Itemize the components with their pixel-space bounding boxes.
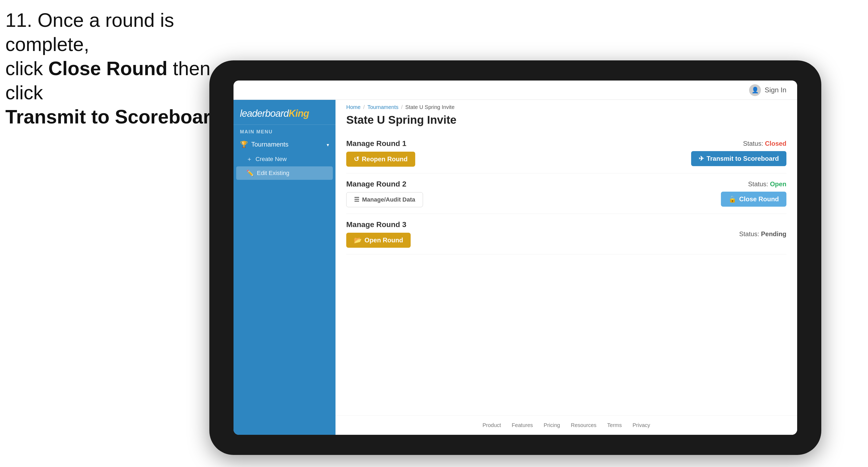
sidebar-logo: leaderboardKing <box>234 100 336 125</box>
breadcrumb: Home / Tournaments / State U Spring Invi… <box>336 100 797 112</box>
content-footer: Product Features Pricing Resources Terms… <box>336 415 797 435</box>
close-round-label: Close Round <box>739 195 779 203</box>
reopen-round-button[interactable]: ↺ Reopen Round <box>346 152 415 167</box>
chevron-down-icon <box>327 141 329 148</box>
manage-audit-icon: ☰ <box>354 196 360 203</box>
open-round-button[interactable]: 📂 Open Round <box>346 233 411 248</box>
close-round-icon: 🔒 <box>728 195 737 203</box>
transmit-to-scoreboard-button[interactable]: ✈ Transmit to Scoreboard <box>691 151 786 166</box>
main-content: Home / Tournaments / State U Spring Invi… <box>336 100 797 435</box>
create-new-icon: ＋ <box>246 155 252 163</box>
breadcrumb-current: State U Spring Invite <box>405 104 455 110</box>
round-3-row: Manage Round 3 📂 Open Round Status: Pend… <box>346 214 786 254</box>
breadcrumb-sep2: / <box>401 104 403 110</box>
rounds-container: Manage Round 1 ↺ Reopen Round Status: Cl… <box>336 133 797 415</box>
logo-leaderboard: leaderboard <box>240 108 288 119</box>
round-2-status: Status: Open <box>748 180 786 188</box>
footer-terms[interactable]: Terms <box>607 422 622 428</box>
sidebar-item-edit-existing[interactable]: ✏️ Edit Existing <box>236 166 333 180</box>
main-menu-label: MAIN MENU <box>234 125 336 137</box>
sidebar: leaderboardKing MAIN MENU 🏆 Tournaments … <box>234 100 336 435</box>
top-nav: 👤 Sign In <box>234 81 797 100</box>
round-1-status: Status: Closed <box>743 140 786 147</box>
sidebar-create-new-label: Create New <box>255 156 287 163</box>
manage-audit-label: Manage/Audit Data <box>362 196 415 203</box>
round-3-status-value: Pending <box>761 230 786 238</box>
round-2-status-value: Open <box>770 180 786 188</box>
breadcrumb-home[interactable]: Home <box>346 104 361 110</box>
reopen-round-icon: ↺ <box>354 155 359 163</box>
avatar-icon: 👤 <box>749 84 761 96</box>
manage-audit-button[interactable]: ☰ Manage/Audit Data <box>346 192 423 207</box>
round-2-title: Manage Round 2 <box>346 180 423 188</box>
round-1-status-value: Closed <box>765 140 786 147</box>
instruction-line1: 11. Once a round is complete, <box>5 8 247 56</box>
sidebar-item-tournaments-left: 🏆 Tournaments <box>240 141 288 148</box>
sign-in-label[interactable]: Sign In <box>765 86 786 94</box>
sidebar-tournaments-label: Tournaments <box>251 141 288 148</box>
breadcrumb-sep1: / <box>363 104 365 110</box>
round-1-left: Manage Round 1 ↺ Reopen Round <box>346 139 415 167</box>
footer-product[interactable]: Product <box>483 422 501 428</box>
round-2-row: Manage Round 2 ☰ Manage/Audit Data Statu… <box>346 174 786 214</box>
sign-in-area[interactable]: 👤 Sign In <box>749 84 786 96</box>
reopen-round-label: Reopen Round <box>362 155 408 163</box>
page-title: State U Spring Invite <box>346 114 786 126</box>
sidebar-edit-existing-label: Edit Existing <box>257 169 289 177</box>
round-2-status-label: Status: <box>748 180 768 188</box>
footer-privacy[interactable]: Privacy <box>632 422 650 428</box>
round-1-status-label: Status: <box>743 140 763 147</box>
round-3-left: Manage Round 3 📂 Open Round <box>346 220 411 248</box>
round-3-status-label: Status: <box>739 230 759 238</box>
footer-resources[interactable]: Resources <box>571 422 597 428</box>
round-2-right: Status: Open 🔒 Close Round <box>721 180 786 207</box>
round-1-row: Manage Round 1 ↺ Reopen Round Status: Cl… <box>346 133 786 174</box>
tablet-screen: 👤 Sign In leaderboardKing MAIN MENU 🏆 To… <box>234 81 797 435</box>
logo-text: leaderboardKing <box>240 108 329 119</box>
round-1-right: Status: Closed ✈ Transmit to Scoreboard <box>691 140 786 166</box>
round-3-right: Status: Pending <box>739 230 786 238</box>
page-header: State U Spring Invite <box>336 112 797 133</box>
sidebar-item-create-new[interactable]: ＋ Create New <box>234 152 336 166</box>
tournaments-icon: 🏆 <box>240 141 248 148</box>
main-area: leaderboardKing MAIN MENU 🏆 Tournaments … <box>234 100 797 435</box>
open-round-icon: 📂 <box>354 237 362 244</box>
instruction-line2-prefix: click <box>5 58 48 79</box>
close-round-button[interactable]: 🔒 Close Round <box>721 192 786 207</box>
footer-features[interactable]: Features <box>512 422 533 428</box>
tablet-device: 👤 Sign In leaderboardKing MAIN MENU 🏆 To… <box>209 60 821 455</box>
logo-king: King <box>288 108 309 119</box>
instruction-close-round-bold: Close Round <box>48 58 167 79</box>
edit-existing-icon: ✏️ <box>246 169 254 177</box>
round-2-left: Manage Round 2 ☰ Manage/Audit Data <box>346 180 423 207</box>
round-3-title: Manage Round 3 <box>346 220 411 229</box>
breadcrumb-tournaments[interactable]: Tournaments <box>367 104 399 110</box>
round-1-title: Manage Round 1 <box>346 139 415 148</box>
open-round-label: Open Round <box>365 237 403 244</box>
sidebar-item-tournaments[interactable]: 🏆 Tournaments <box>234 137 336 152</box>
instruction-transmit-bold: Transmit to Scoreboard. <box>5 106 227 127</box>
round-3-status: Status: Pending <box>739 230 786 238</box>
transmit-icon: ✈ <box>699 155 704 162</box>
transmit-label: Transmit to Scoreboard <box>707 155 779 162</box>
footer-pricing[interactable]: Pricing <box>544 422 560 428</box>
